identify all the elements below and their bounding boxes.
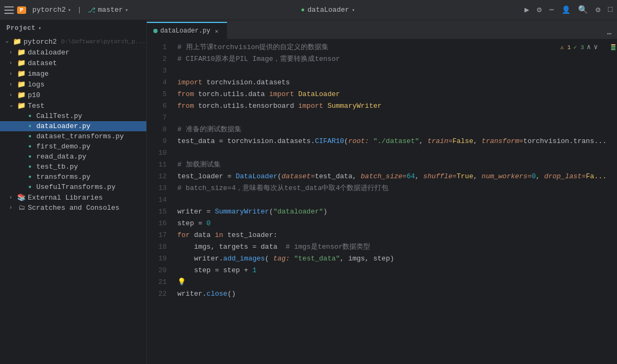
l12-tag5: drop_last= xyxy=(544,171,586,183)
l16-num: 0 xyxy=(207,218,211,230)
code-line-8: # 准备的测试数据集 xyxy=(177,124,610,136)
sidebar-item-calltest[interactable]: › ● CallTest.py xyxy=(0,111,146,121)
p10-label: p10 xyxy=(28,91,40,99)
sidebar-item-logs[interactable]: › 📁 logs xyxy=(0,79,146,90)
sc-chevron: › xyxy=(6,205,15,211)
code-line-15: writer = SummaryWriter ( "dataloader" ) xyxy=(177,206,610,218)
code-line-2: # CIFAR10原本是PIL Image，需要转换成tensor xyxy=(177,53,610,65)
l17-p1: data xyxy=(190,230,215,241)
code-area[interactable]: ⚠ 1 ✓ 3 ∧ ∨ # 用上节课torchvision提供的自定义的数据集 … xyxy=(171,39,610,364)
tabs-right-icons: ⋯ xyxy=(607,29,617,39)
l18-p1: imgs, targets = data xyxy=(177,241,286,253)
l12-num2: 0 xyxy=(532,171,536,183)
l6-p1: torch.utils.tensorboard xyxy=(194,100,298,112)
sidebar-header-chevron[interactable]: ▾ xyxy=(38,25,42,31)
tab-close-button[interactable]: ✕ xyxy=(213,27,221,35)
image-chevron: › xyxy=(6,71,15,77)
l9-p4: , xyxy=(419,136,428,147)
sidebar-item-scratches[interactable]: › 🗂 Scratches and Consoles xyxy=(0,203,146,213)
l5-cls: DataLoader xyxy=(298,89,340,100)
collab-icon[interactable]: 👤 xyxy=(561,5,571,14)
l16-p1: step = xyxy=(177,218,207,230)
l19-p1: writer. xyxy=(177,253,223,265)
l19-p4: , imgs, step) xyxy=(340,253,394,265)
settings-icon[interactable]: ⚙ xyxy=(596,5,600,15)
sidebar-item-useful-transforms[interactable]: › ● UsefulTransforms.py xyxy=(0,182,146,192)
sidebar-item-first-demo[interactable]: › ● first_demo.py xyxy=(0,141,146,152)
l15-fn: SummaryWriter xyxy=(215,206,269,218)
sidebar-item-dataset-transforms[interactable]: › ● dataset_transforms.py xyxy=(0,131,146,141)
l4-plain: torchvision.datasets xyxy=(202,77,290,89)
debug-icon[interactable]: ⚙ xyxy=(537,5,542,15)
root-chevron: › xyxy=(4,37,10,46)
l8-comment: # 准备的测试数据集 xyxy=(177,124,241,136)
test-label: Test xyxy=(28,102,44,110)
hamburger-icon[interactable] xyxy=(4,6,14,14)
l9-p6: torchvision.trans... xyxy=(524,136,607,147)
run-config[interactable]: ● dataLoader ▾ xyxy=(296,5,359,15)
project-selector[interactable]: pytorch2 ▾ xyxy=(29,5,74,15)
l19-p3 xyxy=(290,253,294,265)
l22-p2: () xyxy=(228,288,236,300)
indicator-up[interactable]: ∧ xyxy=(587,42,591,53)
branch-selector[interactable]: ⎇ master ▾ xyxy=(84,5,131,15)
dataloader-label: dataloader xyxy=(28,49,69,57)
tree-root[interactable]: › 📁 pytorch2 D:\Software\pytorch_p... xyxy=(0,36,146,47)
el-icon: 📚 xyxy=(17,193,26,202)
l6-p2 xyxy=(323,100,327,112)
dataloader-py-label: dataLoader.py xyxy=(36,122,90,130)
l9-tag2: train= xyxy=(427,136,452,147)
tab-more-icon[interactable]: ⋯ xyxy=(607,29,612,39)
sidebar-item-dataset[interactable]: › 📁 dataset xyxy=(0,58,146,68)
warning-indicator: ⚠ 1 xyxy=(560,42,571,53)
top-bar-center: ● dataLoader ▾ xyxy=(136,5,520,15)
search-icon[interactable]: 🔍 xyxy=(578,5,588,15)
sidebar-item-image[interactable]: › 📁 image xyxy=(0,68,146,79)
sidebar-item-dataloader-py[interactable]: › ● dataLoader.py xyxy=(0,121,146,131)
branch-name: master xyxy=(98,6,123,14)
l12-p2: ( xyxy=(277,171,282,183)
sidebar-item-external-libraries[interactable]: › 📚 External Libraries xyxy=(0,192,146,203)
dataloader-py-icon: ● xyxy=(26,123,34,129)
logs-label: logs xyxy=(28,81,44,89)
fd-label: first_demo.py xyxy=(36,143,90,151)
sidebar-item-read-data[interactable]: › ● read_data.py xyxy=(0,152,146,162)
l12-tag1: dataset= xyxy=(282,171,315,183)
code-line-9: test_data = torchvision.datasets. CIFAR1… xyxy=(177,136,610,147)
sidebar-item-test[interactable]: › 📁 Test xyxy=(0,100,146,111)
l17-p2: test_loader: xyxy=(223,230,277,241)
tr-py-icon: ● xyxy=(26,174,34,180)
sidebar-item-dataloader[interactable]: › 📁 dataloader xyxy=(0,47,146,58)
ut-py-icon: ● xyxy=(26,184,34,190)
tab-dataloader[interactable]: dataLoader.py ✕ xyxy=(147,22,227,39)
l20-num: 1 xyxy=(252,265,256,276)
el-label: External Libraries xyxy=(28,194,103,202)
sidebar-item-p10[interactable]: › 📁 p10 xyxy=(0,90,146,100)
dataset-chevron: › xyxy=(6,60,15,66)
sidebar-header: Project ▾ xyxy=(0,20,146,36)
main-layout: Project ▾ › 📁 pytorch2 D:\Software\pytor… xyxy=(0,20,617,364)
sidebar-title: Project xyxy=(6,25,36,32)
code-line-22: writer. close () xyxy=(177,288,610,300)
ok-tick-2 xyxy=(611,48,615,49)
sidebar-item-transforms[interactable]: › ● transforms.py xyxy=(0,172,146,182)
indicator-down[interactable]: ∨ xyxy=(593,42,598,53)
l15-str: "dataloader" xyxy=(273,206,323,218)
l19-p2: ( xyxy=(265,253,269,265)
run-icon[interactable]: ▶ xyxy=(525,5,529,15)
l9-false: False xyxy=(452,136,473,147)
run-dot: ● xyxy=(301,6,304,14)
sidebar-item-test-tb[interactable]: › ● test_tb.py xyxy=(0,162,146,172)
window-icon[interactable]: □ xyxy=(608,5,613,14)
more-icon[interactable]: ⋯ xyxy=(549,5,554,15)
l17-kw1: for xyxy=(177,230,190,241)
tab-label: dataLoader.py xyxy=(160,27,210,35)
fd-py-icon: ● xyxy=(26,144,34,149)
rd-py-icon: ● xyxy=(26,154,34,160)
code-line-17: for data in test_loader: xyxy=(177,230,610,241)
l19-fn: add_images xyxy=(223,253,265,265)
warn-tick-1 xyxy=(611,44,615,45)
dataset-label: dataset xyxy=(28,59,57,67)
separator: | xyxy=(77,6,81,14)
code-line-20: step = step + 1 xyxy=(177,265,610,276)
